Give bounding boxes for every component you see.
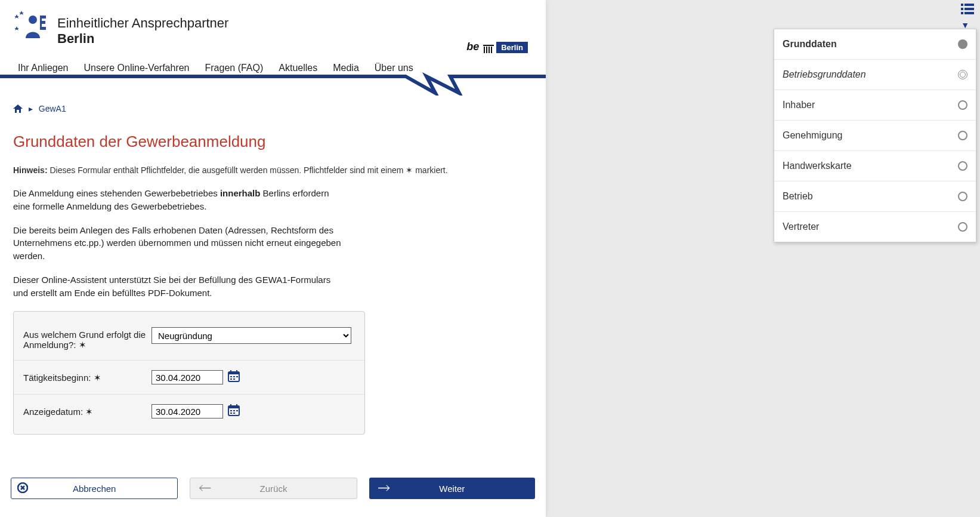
intro-p3: Dieser Online-Assistent unterstützt Sie … xyxy=(13,273,347,300)
svg-marker-0 xyxy=(14,14,19,19)
svg-rect-18 xyxy=(233,378,235,380)
page-title: Grunddaten der Gewerbeanmeldung xyxy=(13,133,533,151)
nav-faq[interactable]: Fragen (FAQ) xyxy=(205,63,264,73)
svg-marker-4 xyxy=(40,16,46,30)
side-item-betrieb[interactable]: Betrieb xyxy=(774,181,976,211)
reason-select[interactable]: Neugründung xyxy=(152,327,351,344)
hint-text: Hinweis: Dieses Formular enthält Pflicht… xyxy=(13,164,533,176)
display-date-input[interactable] xyxy=(152,404,223,418)
svg-marker-2 xyxy=(14,26,19,30)
side-item-genehmigung[interactable]: Genehmigung xyxy=(774,120,976,150)
side-menu-toggle-icon[interactable] xyxy=(961,4,974,17)
main-nav: Ihr Anliegen Unsere Online-Verfahren Fra… xyxy=(0,47,546,72)
svg-rect-15 xyxy=(233,376,235,377)
svg-rect-11 xyxy=(228,372,239,374)
svg-rect-14 xyxy=(230,376,232,377)
site-title-line-2: Berlin xyxy=(57,31,228,47)
svg-rect-16 xyxy=(236,376,238,377)
button-row: Abbrechen 🡐 Zurück 🡒 Weiter xyxy=(0,478,546,511)
reason-label: Aus welchem Grund erfolgt die Anmeldung?… xyxy=(23,327,152,350)
form-box: Aus welchem Grund erfolgt die Anmeldung?… xyxy=(13,311,365,435)
status-empty-icon xyxy=(958,161,967,171)
start-date-input[interactable] xyxy=(152,370,223,384)
intro-p2: Die bereits beim Anlegen des Falls erhob… xyxy=(13,224,347,263)
svg-rect-31 xyxy=(961,4,963,6)
calendar-icon[interactable] xyxy=(228,404,240,418)
status-empty-icon xyxy=(958,192,967,201)
side-item-label: Betrieb xyxy=(783,191,813,202)
side-item-label: Inhaber xyxy=(783,100,815,110)
svg-rect-26 xyxy=(230,413,232,414)
site-title-line-1: Einheitlicher Ansprechpartner xyxy=(57,16,228,31)
svg-rect-13 xyxy=(236,370,237,373)
svg-rect-23 xyxy=(230,410,232,411)
svg-rect-22 xyxy=(236,404,237,407)
nav-ihr-anliegen[interactable]: Ihr Anliegen xyxy=(18,63,69,73)
svg-rect-24 xyxy=(233,410,235,411)
cancel-button[interactable]: Abbrechen xyxy=(11,478,178,499)
svg-rect-34 xyxy=(964,8,974,10)
nav-online-verfahren[interactable]: Unsere Online-Verfahren xyxy=(84,63,190,73)
svg-point-3 xyxy=(29,16,37,24)
svg-rect-25 xyxy=(236,410,238,411)
side-item-inhaber[interactable]: Inhaber xyxy=(774,90,976,120)
breadcrumb: ▸ GewA1 xyxy=(0,96,546,115)
side-item-betriebsgrunddaten[interactable]: Betriebsgrunddaten xyxy=(774,59,976,90)
svg-rect-36 xyxy=(964,12,974,14)
nav-media[interactable]: Media xyxy=(333,63,359,73)
calendar-icon[interactable] xyxy=(228,370,240,384)
svg-rect-32 xyxy=(964,4,974,6)
content: Grunddaten der Gewerbeanmeldung Hinweis:… xyxy=(0,115,546,447)
side-item-label: Betriebsgrunddaten xyxy=(783,69,866,80)
svg-rect-8 xyxy=(489,47,490,53)
arrow-left-icon: 🡐 xyxy=(199,481,212,496)
status-empty-icon xyxy=(958,222,967,232)
side-item-handwerkskarte[interactable]: Handwerkskarte xyxy=(774,150,976,181)
site-logo-icon xyxy=(13,11,48,41)
side-item-label: Vertreter xyxy=(783,221,819,232)
next-button[interactable]: 🡒 Weiter xyxy=(369,478,535,499)
side-panel: Grunddaten BetriebsgrunddatenInhaberGene… xyxy=(774,29,976,242)
side-item-vertreter[interactable]: Vertreter xyxy=(774,211,976,242)
breadcrumb-item[interactable]: GewA1 xyxy=(39,104,66,113)
back-button: 🡐 Zurück xyxy=(190,478,357,499)
side-header[interactable]: Grunddaten xyxy=(774,29,976,59)
status-empty-icon xyxy=(958,100,967,110)
svg-rect-20 xyxy=(228,406,239,408)
svg-rect-6 xyxy=(484,47,485,53)
gate-icon xyxy=(483,45,494,53)
intro-p1: Die Anmeldung eines stehenden Gewerbebet… xyxy=(13,187,347,213)
header: Einheitlicher Ansprechpartner Berlin xyxy=(0,0,546,47)
svg-rect-33 xyxy=(961,8,963,10)
status-current-icon xyxy=(958,70,967,79)
status-empty-icon xyxy=(958,131,967,140)
divider-zigzag xyxy=(0,72,546,96)
svg-rect-7 xyxy=(486,47,487,53)
display-date-label: Anzeigedatum: ✶ xyxy=(23,404,152,417)
side-item-label: Handwerkskarte xyxy=(783,161,852,171)
nav-aktuelles[interactable]: Aktuelles xyxy=(279,63,317,73)
svg-rect-5 xyxy=(483,45,494,46)
svg-rect-35 xyxy=(961,12,963,14)
nav-ueber-uns[interactable]: Über uns xyxy=(375,63,413,73)
svg-rect-21 xyxy=(230,404,231,407)
svg-marker-1 xyxy=(19,11,24,15)
arrow-right-icon: 🡒 xyxy=(378,481,391,496)
side-item-label: Genehmigung xyxy=(783,130,843,141)
svg-rect-9 xyxy=(491,47,492,53)
cancel-icon xyxy=(17,482,28,495)
svg-rect-12 xyxy=(230,370,231,373)
svg-rect-27 xyxy=(233,413,235,414)
main-panel: Einheitlicher Ansprechpartner Berlin Ihr… xyxy=(0,0,546,517)
svg-rect-17 xyxy=(230,378,232,380)
home-icon[interactable] xyxy=(13,104,23,115)
berlin-logo: be Berlin xyxy=(466,41,528,53)
status-done-icon xyxy=(958,39,967,49)
start-date-label: Tätigkeitsbeginn: ✶ xyxy=(23,370,152,383)
